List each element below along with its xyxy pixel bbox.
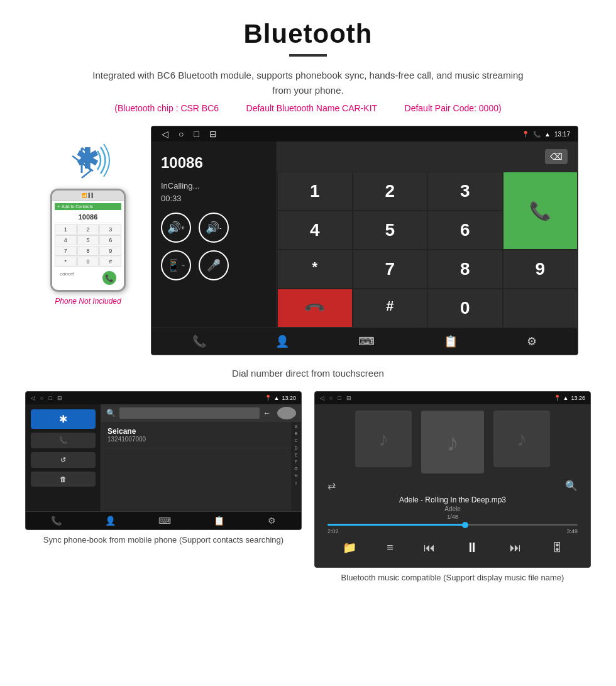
bottom-dialpad-icon[interactable]: ⌨ — [358, 335, 375, 348]
pb-bottom-transfer-icon[interactable]: 📋 — [214, 516, 224, 526]
dialpad-key-1[interactable]: 1 — [55, 224, 77, 235]
recents-icon[interactable]: □ — [194, 129, 199, 139]
music-android-screen: ◁ ○ □ ⊟ 📍 ▲ 13:26 ♪ ♪ — [314, 391, 591, 568]
dialpad-key-2[interactable]: 2 — [77, 224, 99, 235]
dialer-status: InCalling... — [161, 181, 267, 191]
music-back-icon[interactable]: ◁ — [320, 395, 324, 401]
spec-pair: Default Pair Code: 0000) — [405, 103, 502, 113]
volume-down-button[interactable]: 🔊- — [199, 213, 229, 243]
alpha-f[interactable]: F — [295, 458, 297, 465]
music-menu-icon[interactable]: ⊟ — [346, 395, 351, 401]
phonebook-right-panel: 🔍 ← Seicane 13241007000 — [101, 404, 301, 511]
numpad-key-6[interactable]: 6 — [427, 211, 503, 250]
numpad-key-2[interactable]: 2 — [353, 172, 428, 211]
status-icons: 📍 📞 ▲ 13:17 — [522, 131, 570, 138]
next-icon[interactable]: ⏭ — [510, 541, 521, 555]
numpad-key-0[interactable]: 0 — [427, 289, 503, 328]
numpad-key-7[interactable]: 7 — [353, 250, 428, 289]
volume-up-button[interactable]: 🔊+ — [161, 213, 191, 243]
numpad-key-8[interactable]: 8 — [427, 250, 503, 289]
bottom-transfer-icon[interactable]: 📋 — [444, 335, 458, 348]
bottom-contacts-icon[interactable]: 👤 — [275, 335, 289, 348]
delete-btn[interactable]: 🗑 — [31, 472, 96, 487]
bottom-calls-icon[interactable]: 📞 — [192, 335, 206, 348]
call-end-button[interactable]: 📞 — [277, 289, 353, 328]
phone-btn[interactable]: 📞 — [31, 433, 96, 448]
alpha-d[interactable]: D — [294, 445, 297, 451]
numpad-key-extra[interactable] — [503, 289, 578, 328]
pb-bottom-calls-icon[interactable]: 📞 — [51, 516, 62, 526]
previous-icon[interactable]: ⏮ — [424, 541, 435, 555]
music-recents-icon[interactable]: □ — [338, 395, 341, 401]
pb-time: 13:20 — [282, 395, 296, 401]
dialpad-key-7[interactable]: 7 — [55, 246, 77, 256]
backspace-button[interactable]: ⌫ — [545, 149, 568, 164]
dialpad-key-0[interactable]: 0 — [77, 257, 99, 267]
spec-chip: (Bluetooth chip : CSR BC6 — [114, 103, 219, 113]
main-caption: Dial number direct from touchscreen — [0, 362, 616, 385]
dialpad-key-hash[interactable]: # — [99, 257, 121, 267]
numpad-key-5[interactable]: 5 — [353, 211, 428, 250]
bottom-screenshots: ◁ ○ □ ⊟ 📍 ▲ 13:20 ✱ — [0, 385, 616, 590]
back-arrow-icon[interactable]: ← — [263, 409, 271, 418]
home-icon[interactable]: ○ — [179, 129, 184, 139]
numpad-key-3[interactable]: 3 — [427, 172, 503, 211]
phone-top-bar: 📶 ▌▌ — [52, 191, 124, 201]
progress-dot[interactable] — [462, 522, 468, 528]
bottom-settings-icon[interactable]: ⚙ — [527, 335, 537, 348]
pb-back-icon[interactable]: ◁ — [31, 395, 35, 401]
playlist-icon[interactable]: ≡ — [387, 541, 393, 555]
pb-bottom-dialpad-icon[interactable]: ⌨ — [158, 516, 171, 526]
alpha-a[interactable]: A — [295, 423, 298, 430]
call-accept-button[interactable]: 📞 — [503, 172, 578, 250]
dialpad-key-4[interactable]: 4 — [55, 235, 77, 245]
alpha-c[interactable]: C — [294, 437, 297, 444]
music-home-icon[interactable]: ○ — [329, 395, 333, 401]
alpha-e[interactable]: E — [295, 451, 298, 458]
numpad-key-star[interactable]: * — [277, 250, 353, 289]
menu-icon[interactable]: ⊟ — [209, 129, 217, 139]
numpad-key-1[interactable]: 1 — [277, 172, 353, 211]
play-pause-button[interactable]: ⏸ — [465, 539, 479, 556]
music-top-icons: ⇄ 🔍 — [321, 480, 584, 492]
alpha-i[interactable]: I — [295, 480, 297, 487]
music-song-name: Adele - Rolling In the Deep.mp3 — [321, 495, 584, 504]
sync-icon: ↺ — [60, 456, 66, 464]
dialpad-key-3[interactable]: 3 — [99, 224, 121, 235]
folder-icon[interactable]: 📁 — [343, 541, 356, 555]
page-description: Integrated with BC6 Bluetooth module, su… — [88, 68, 528, 98]
alpha-g[interactable]: G — [294, 465, 297, 472]
phonebook-contact-item[interactable]: Seicane 13241007000 — [101, 422, 291, 448]
alpha-b[interactable]: B — [295, 430, 298, 437]
phone-icon: 📞 — [59, 436, 68, 445]
phonebook-screenshot-card: ◁ ○ □ ⊟ 📍 ▲ 13:20 ✱ — [25, 391, 302, 584]
phone-call-button[interactable]: 📞 — [102, 271, 116, 285]
dialpad-key-9[interactable]: 9 — [99, 246, 121, 256]
pb-home-icon[interactable]: ○ — [40, 395, 43, 401]
transfer-button[interactable]: 📱→ — [161, 250, 191, 280]
numpad-key-9[interactable]: 9 — [503, 250, 578, 289]
numpad-key-hash[interactable]: # — [353, 289, 428, 328]
bluetooth-btn[interactable]: ✱ — [31, 409, 96, 429]
mute-button[interactable]: 🎤 — [199, 250, 229, 280]
music-time: 13:26 — [571, 395, 585, 401]
numpad-key-4[interactable]: 4 — [277, 211, 353, 250]
music-note-right-icon: ♪ — [517, 428, 527, 451]
pb-bottom-contacts-icon[interactable]: 👤 — [105, 516, 116, 526]
shuffle-icon[interactable]: ⇄ — [327, 480, 336, 492]
phone-mockup: 📶 ▌▌ +Add to Contacts 10086 1 2 3 4 5 6 … — [50, 189, 126, 292]
equalizer-icon[interactable]: 🎛 — [551, 541, 563, 555]
pb-bottom-settings-icon[interactable]: ⚙ — [268, 516, 276, 526]
sync-btn[interactable]: ↺ — [31, 452, 96, 468]
album-art-row: ♪ ♪ ♪ — [321, 411, 584, 473]
music-wifi-icon: ▲ — [563, 395, 569, 401]
pb-recents-icon[interactable]: □ — [48, 395, 52, 401]
music-search-icon[interactable]: 🔍 — [565, 480, 578, 492]
alpha-h[interactable]: H — [294, 472, 297, 479]
dialpad-key-8[interactable]: 8 — [77, 246, 99, 256]
dialpad-key-5[interactable]: 5 — [77, 235, 99, 245]
dialpad-key-star[interactable]: * — [55, 257, 77, 267]
back-icon[interactable]: ◁ — [162, 129, 168, 139]
pb-menu-icon[interactable]: ⊟ — [57, 395, 62, 401]
dialpad-key-6[interactable]: 6 — [99, 235, 121, 245]
